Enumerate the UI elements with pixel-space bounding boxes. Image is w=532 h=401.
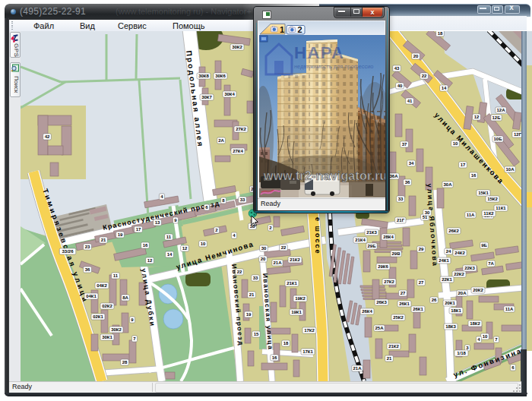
svg-text:12Б: 12Б bbox=[492, 115, 502, 120]
svg-text:22: 22 bbox=[422, 74, 427, 78]
svg-text:12А: 12А bbox=[496, 108, 505, 112]
svg-text:40: 40 bbox=[397, 84, 403, 88]
svg-text:НАРА: НАРА bbox=[294, 43, 344, 62]
svg-text:27К2: 27К2 bbox=[384, 279, 394, 284]
svg-text:34: 34 bbox=[409, 161, 414, 166]
svg-text:10: 10 bbox=[201, 242, 206, 246]
svg-text:26К3: 26К3 bbox=[376, 300, 387, 305]
svg-text:11А: 11А bbox=[467, 213, 475, 217]
svg-text:04К2: 04К2 bbox=[97, 283, 107, 288]
svg-text:21К2: 21К2 bbox=[290, 257, 300, 262]
svg-text:20К1: 20К1 bbox=[445, 301, 455, 305]
svg-text:18: 18 bbox=[438, 31, 443, 36]
svg-text:30К2: 30К2 bbox=[111, 327, 122, 332]
svg-text:33: 33 bbox=[240, 197, 245, 202]
svg-text:9Б: 9Б bbox=[481, 243, 487, 248]
svg-text:29К6: 29К6 bbox=[378, 264, 388, 269]
svg-text:26К1: 26К1 bbox=[413, 307, 423, 311]
svg-text:21К2: 21К2 bbox=[388, 344, 399, 349]
svg-text:16: 16 bbox=[143, 243, 148, 248]
svg-text:29В: 29В bbox=[391, 251, 401, 256]
svg-text:42: 42 bbox=[45, 134, 50, 139]
svg-text:www.tr2-navigator.ru: www.tr2-navigator.ru bbox=[263, 169, 385, 182]
svg-text:19К2: 19К2 bbox=[295, 296, 306, 301]
svg-text:недвижимость для профессио: недвижимость для профессио bbox=[294, 63, 373, 70]
svg-text:12: 12 bbox=[182, 246, 188, 251]
svg-text:02К2: 02К2 bbox=[102, 304, 112, 308]
svg-text:21: 21 bbox=[387, 356, 392, 361]
svg-text:21А: 21А bbox=[273, 260, 282, 265]
svg-text:30К7: 30К7 bbox=[201, 95, 212, 99]
svg-text:20: 20 bbox=[261, 257, 266, 261]
svg-text:27: 27 bbox=[419, 280, 424, 285]
svg-text:25А: 25А bbox=[375, 326, 384, 330]
svg-text:10А: 10А bbox=[505, 167, 515, 172]
svg-text:33: 33 bbox=[398, 197, 404, 201]
svg-text:18К2: 18К2 bbox=[470, 321, 480, 326]
svg-text:2: 2 bbox=[298, 25, 302, 34]
svg-text:2А: 2А bbox=[218, 138, 224, 143]
svg-text:21: 21 bbox=[101, 238, 106, 242]
svg-text:11А: 11А bbox=[505, 307, 514, 311]
svg-text:36А: 36А bbox=[389, 174, 398, 178]
svg-text:26К2: 26К2 bbox=[448, 229, 459, 233]
svg-text:10: 10 bbox=[453, 141, 458, 146]
svg-text:29Б: 29Б bbox=[368, 244, 377, 248]
svg-text:12: 12 bbox=[147, 258, 153, 263]
svg-text:10Б: 10Б bbox=[494, 137, 503, 141]
svg-text:26К1: 26К1 bbox=[399, 302, 410, 306]
svg-text:36: 36 bbox=[405, 180, 410, 185]
svg-text:1/18: 1/18 bbox=[457, 351, 466, 355]
svg-text:17: 17 bbox=[461, 163, 466, 167]
svg-text:12Г: 12Г bbox=[514, 132, 521, 137]
svg-text:16: 16 bbox=[471, 173, 477, 178]
svg-text:27К4: 27К4 bbox=[233, 149, 243, 153]
svg-text:15К2: 15К2 bbox=[487, 197, 498, 201]
svg-text:28: 28 bbox=[122, 360, 128, 365]
svg-text:21Г: 21Г bbox=[397, 218, 405, 223]
svg-text:22К1: 22К1 bbox=[442, 277, 452, 282]
svg-text:28К4: 28К4 bbox=[383, 235, 394, 239]
svg-text:18: 18 bbox=[283, 341, 289, 346]
svg-text:24К2: 24К2 bbox=[454, 251, 465, 255]
svg-text:24: 24 bbox=[446, 249, 451, 254]
svg-text:51: 51 bbox=[423, 215, 428, 219]
svg-text:16: 16 bbox=[272, 355, 277, 360]
svg-text:30К2: 30К2 bbox=[232, 45, 242, 49]
svg-text:23: 23 bbox=[85, 245, 90, 249]
svg-text:30К1: 30К1 bbox=[102, 335, 112, 339]
svg-text:30К6: 30К6 bbox=[215, 74, 226, 78]
svg-text:25К2: 25К2 bbox=[393, 315, 404, 320]
svg-text:18К1: 18К1 bbox=[451, 308, 461, 313]
svg-text:30А: 30А bbox=[443, 182, 452, 187]
svg-text:30: 30 bbox=[425, 210, 430, 215]
svg-text:41: 41 bbox=[407, 99, 413, 103]
svg-text:43: 43 bbox=[394, 66, 400, 71]
svg-text:12: 12 bbox=[474, 115, 480, 119]
svg-text:15: 15 bbox=[254, 332, 259, 336]
svg-text:18К3: 18К3 bbox=[445, 324, 456, 329]
svg-text:15К1: 15К1 bbox=[478, 191, 489, 195]
svg-text:22К3: 22К3 bbox=[464, 266, 475, 270]
svg-text:20К2: 20К2 bbox=[473, 288, 483, 292]
svg-text:21: 21 bbox=[249, 292, 255, 297]
svg-text:21К4: 21К4 bbox=[355, 238, 366, 242]
svg-text:10: 10 bbox=[483, 334, 488, 339]
svg-text:7А: 7А bbox=[488, 261, 494, 266]
svg-text:33: 33 bbox=[253, 276, 258, 280]
svg-text:04К1: 04К1 bbox=[86, 294, 97, 298]
svg-text:26: 26 bbox=[432, 298, 437, 302]
svg-text:17К1: 17К1 bbox=[302, 349, 313, 354]
svg-text:е шоссе: е шоссе bbox=[314, 217, 321, 254]
svg-text:14: 14 bbox=[167, 252, 173, 257]
svg-text:21К3: 21К3 bbox=[366, 230, 377, 235]
svg-text:30К8: 30К8 bbox=[198, 74, 209, 78]
svg-text:20А: 20А bbox=[458, 291, 467, 295]
svg-text:22: 22 bbox=[281, 245, 287, 250]
svg-text:11К2: 11К2 bbox=[483, 211, 494, 216]
svg-text:19: 19 bbox=[246, 312, 252, 317]
svg-text:19К1: 19К1 bbox=[291, 310, 302, 314]
svg-text:22: 22 bbox=[237, 270, 242, 274]
svg-text:13: 13 bbox=[155, 220, 160, 225]
svg-text:17К2: 17К2 bbox=[304, 328, 315, 333]
